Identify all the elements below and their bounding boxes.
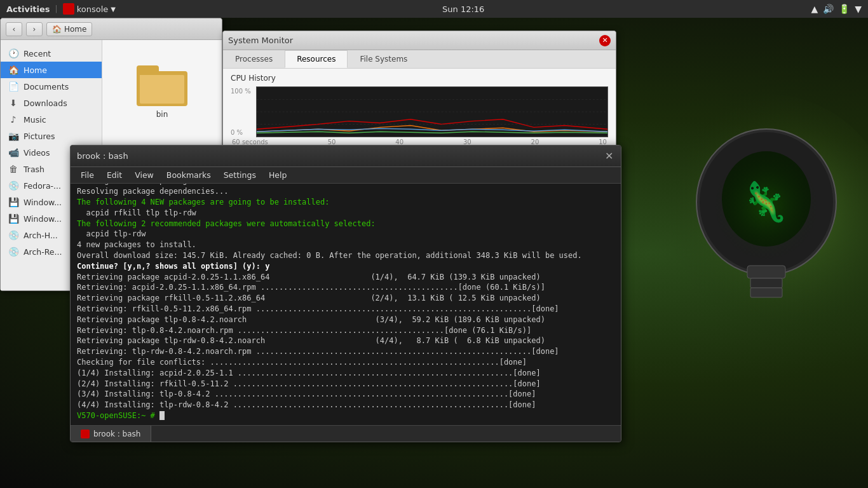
sidebar-item-recent[interactable]: 🕐Recent [1,45,102,62]
sidebar-label-windows2: Window... [24,214,62,224]
svg-rect-3 [747,266,785,278]
topbar: Activities | konsole ▼ Sun 12:16 ▲ 🔊 🔋 ▼ [0,0,868,18]
home-icon: 🏠 [52,25,62,34]
sidebar-label-arch2: Arch-Re... [24,247,62,257]
bin-folder[interactable] [137,65,187,106]
term-line-15: Retrieving package acpid-2.0.25-1.1.x86_… [77,272,614,283]
chart-y-max: 100 % [231,88,251,95]
topbar-right: ▲ 🔊 🔋 ▼ [811,4,862,14]
svg-point-8 [703,132,830,266]
sm-titlebar: System Monitor ✕ [223,31,616,50]
sound-icon[interactable]: 🔊 [823,4,834,14]
sidebar-icon-recent: 🕐 [8,48,18,58]
term-line-14: Continue? [y,n,? shows all options] (y):… [77,261,614,272]
term-menu-help[interactable]: Help [264,169,292,181]
sm-tab-file-systems[interactable]: File Systems [348,50,419,68]
konsole-icon [63,3,74,15]
fm-home-button[interactable]: 🏠 Home [46,22,92,36]
term-line-20: Retrieving: tlp-0.8-4.2.noarch.rpm .....… [77,325,614,336]
term-title: brook : bash [77,151,128,161]
term-line-24: (1/4) Installing: acpid-2.0.25-1.1 .....… [77,368,614,379]
term-tab-icon [81,430,90,438]
sidebar-item-documents[interactable]: 📄Documents [1,78,102,95]
wifi-icon[interactable]: ▲ [811,4,818,14]
term-menu-settings[interactable]: Settings [219,169,261,181]
sm-tabs: ProcessesResourcesFile Systems [223,50,616,69]
sidebar-icon-downloads: ⬇ [8,98,18,108]
sm-tab-processes[interactable]: Processes [223,50,285,68]
term-titlebar: brook : bash ✕ [71,146,621,167]
fm-back-button[interactable]: ‹ [6,22,22,36]
term-line-7: acpid rfkill tlp tlp-rdw [77,208,614,219]
activities-button[interactable]: Activities [6,4,50,14]
sidebar-item-music[interactable]: ♪Music [1,111,102,128]
sidebar-label-windows1: Window... [24,198,62,207]
term-tab-label: brook : bash [93,430,140,438]
term-line-23: Checking for file conflicts: ...........… [77,357,614,368]
chart-y-min: 0 % [231,129,251,136]
term-line-25: (2/4) Installing: rfkill-0.5-11.2 ......… [77,379,614,390]
term-line-9: The following 2 recommended packages wer… [77,219,614,229]
term-line-10: acpid tlp-rdw [77,229,614,240]
system-monitor-window: System Monitor ✕ ProcessesResourcesFile … [222,30,616,164]
sidebar-label-music: Music [24,115,46,125]
term-content: Password:V570-openSUSE:~ # zypper in tlp… [71,184,621,425]
sidebar-label-arch1: Arch-H... [24,231,58,240]
folder-body [137,71,187,106]
term-line-6: The following 4 NEW packages are going t… [77,197,614,208]
folder-inner [140,75,184,104]
sidebar-icon-home: 🏠 [8,65,18,75]
sidebar-icon-fedora: 💿 [8,180,18,191]
term-line-21: Retrieving package tlp-rdw-0.8-4.2.noarc… [77,336,614,346]
sm-title: System Monitor [228,36,293,45]
sidebar-icon-videos: 📹 [8,147,18,158]
term-line-13: Overall download size: 145.7 KiB. Alread… [77,250,614,261]
sidebar-icon-documents: 📄 [8,81,18,92]
term-line-28: V570-openSUSE:~ # [77,410,614,421]
sidebar-label-videos: Videos [24,148,50,158]
term-line-22: Retrieving: tlp-rdw-0.8-4.2.noarch.rpm .… [77,346,614,357]
konsole-label: konsole [77,4,109,14]
term-menubar: FileEditViewBookmarksSettingsHelp [71,167,621,184]
sm-close-button[interactable]: ✕ [599,35,611,46]
sm-tab-resources[interactable]: Resources [285,50,348,68]
term-cursor [159,411,165,420]
term-line-16: Retrieving: acpid-2.0.25-1.1.x86_64.rpm … [77,282,614,293]
term-line-18: Retrieving: rfkill-0.5-11.2.x86_64.rpm .… [77,304,614,315]
desktop-background: 🦎 ‹ › 🏠 Home 🕐Recent🏠Home📄Documents⬇Down… [0,18,868,488]
term-close-button[interactable]: ✕ [603,151,614,162]
term-line-4: Resolving package dependencies... [77,186,614,197]
sidebar-icon-pictures: 📷 [8,131,18,141]
sidebar-label-pictures: Pictures [24,132,55,141]
term-statusbar: brook : bash [71,425,621,442]
sidebar-icon-windows1: 💾 [8,197,18,207]
sidebar-label-home: Home [24,65,47,75]
power-icon[interactable]: ▼ [855,4,862,14]
term-menu-view[interactable]: View [130,169,159,181]
term-menu-bookmarks[interactable]: Bookmarks [161,169,216,181]
term-menu-edit[interactable]: Edit [102,169,127,181]
sidebar-label-documents: Documents [24,82,69,92]
topbar-clock: Sun 12:16 [442,4,484,14]
term-line-19: Retrieving package tlp-0.8-4.2.noarch (3… [77,315,614,325]
battery-icon[interactable]: 🔋 [839,4,850,14]
sidebar-item-home[interactable]: 🏠Home [1,62,102,78]
topbar-left: Activities | konsole ▼ [6,3,116,15]
lightbulb-decoration: 🦎 [614,18,868,488]
sidebar-item-pictures[interactable]: 📷Pictures [1,128,102,144]
fm-forward-button[interactable]: › [26,22,43,36]
term-tab[interactable]: brook : bash [71,426,151,442]
sidebar-label-trash: Trash [24,165,44,174]
sidebar-label-recent: Recent [24,49,51,58]
sidebar-item-downloads[interactable]: ⬇Downloads [1,95,102,111]
sidebar-label-fedora: Fedora-... [24,181,61,191]
sidebar-icon-windows2: 💾 [8,214,18,224]
konsole-taskbar-button[interactable]: konsole ▼ [63,3,116,15]
cpu-history-title: CPU History [231,74,608,83]
term-line-12: 4 new packages to install. [77,240,614,250]
svg-rect-5 [750,288,782,297]
home-label: Home [64,25,86,34]
folder-label: bin [156,110,168,119]
sidebar-icon-arch2: 💿 [8,247,18,257]
term-menu-file[interactable]: File [76,169,99,181]
